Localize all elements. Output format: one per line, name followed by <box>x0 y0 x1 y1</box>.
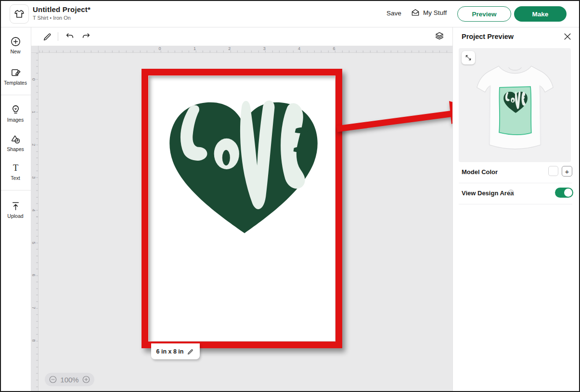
model-color-swatch[interactable] <box>548 166 558 176</box>
canvas-size-tag[interactable]: 6 in x 8 in <box>151 343 200 359</box>
left-sidebar: New Templates Images Shapes T Text Uplo <box>0 27 31 392</box>
template-icon <box>10 67 21 78</box>
sidebar-item-label: Images <box>0 117 31 123</box>
my-stuff-button[interactable]: My Stuff <box>411 8 447 17</box>
zoom-control: 100% <box>45 373 94 386</box>
edit-pencil-icon[interactable] <box>42 31 53 42</box>
save-button[interactable]: Save <box>387 10 401 17</box>
sidebar-item-images[interactable]: Images <box>0 104 31 123</box>
undo-icon[interactable] <box>64 31 75 42</box>
canvas-size-label: 6 in x 8 in <box>156 348 184 355</box>
edit-size-pencil-icon <box>187 348 194 355</box>
ruler-top-label: 2 <box>228 46 231 51</box>
ruler-left: 012345678 <box>31 53 39 392</box>
close-icon[interactable] <box>563 32 572 41</box>
view-design-area-label: View Design Area <box>462 190 514 197</box>
home-project-type-button[interactable] <box>10 4 29 24</box>
ruler-corner <box>31 46 39 53</box>
expand-icon <box>464 54 472 62</box>
ruler-left-label: 1 <box>31 111 36 113</box>
ruler-top-label: 4 <box>298 46 300 51</box>
ruler-top-label: 6 <box>333 46 335 51</box>
canvas-area[interactable]: 012346 012345678 6 in x 8 in 100% <box>31 46 452 392</box>
sidebar-item-upload[interactable]: Upload <box>0 201 31 219</box>
sidebar-item-new[interactable]: New <box>0 36 31 54</box>
ruler-left-label: 3 <box>31 176 36 178</box>
ruler-left-label: 5 <box>31 241 36 244</box>
sidebar-item-label: Templates <box>0 80 31 86</box>
canvas-mat[interactable] <box>148 76 335 341</box>
ruler-left-label: 7 <box>31 307 36 309</box>
add-model-color-button[interactable]: + <box>562 166 572 177</box>
model-color-label: Model Color <box>462 168 498 176</box>
panel-divider <box>459 204 572 204</box>
sidebar-item-label: Text <box>0 175 31 181</box>
annotation-red-box <box>142 69 342 348</box>
canvas-toolbar <box>31 27 452 46</box>
layers-icon[interactable] <box>434 31 445 41</box>
sidebar-item-shapes[interactable]: Shapes <box>0 134 31 152</box>
sidebar-item-label: Shapes <box>0 146 31 152</box>
preview-image-card <box>459 48 571 162</box>
love-heart-design[interactable] <box>158 92 328 237</box>
plus-circle-icon <box>10 36 21 47</box>
make-button[interactable]: Make <box>514 6 567 22</box>
view-design-area-toggle[interactable] <box>555 188 573 198</box>
sidebar-item-label: Upload <box>0 213 31 219</box>
sidebar-item-templates[interactable]: Templates <box>0 67 31 86</box>
ruler-left-label: 4 <box>31 209 36 211</box>
annotation-red-arrow <box>332 96 452 144</box>
ruler-left-label: 0 <box>31 78 36 80</box>
tshirt-mockup[interactable] <box>472 54 558 159</box>
sidebar-item-text[interactable]: T Text <box>0 163 31 181</box>
panel-title: Project Preview <box>462 33 514 40</box>
svg-text:T: T <box>13 163 18 173</box>
ruler-top: 012346 <box>39 46 452 53</box>
zoom-in-icon[interactable] <box>82 375 90 384</box>
tshirt-icon <box>13 8 25 20</box>
app-header: Untitled Project* T Shirt • Iron On Save… <box>0 0 580 27</box>
preview-button[interactable]: Preview <box>457 6 511 22</box>
project-subtitle: T Shirt • Iron On <box>33 15 71 21</box>
ruler-top-label: 3 <box>263 46 266 51</box>
sidebar-divider <box>0 190 31 190</box>
text-icon: T <box>10 163 21 174</box>
zoom-out-icon[interactable] <box>49 375 57 384</box>
lightbulb-icon <box>10 104 21 115</box>
ruler-top-label: 1 <box>193 46 196 51</box>
ruler-left-label: 8 <box>31 340 36 342</box>
my-stuff-label: My Stuff <box>423 9 447 16</box>
ruler-left-label: 6 <box>31 274 36 277</box>
sidebar-item-label: New <box>0 49 31 54</box>
envelope-icon <box>411 8 420 17</box>
info-icon[interactable] <box>507 189 515 196</box>
project-title: Untitled Project* <box>33 5 90 13</box>
upload-icon <box>10 201 21 212</box>
panel-divider <box>459 183 572 183</box>
redo-icon[interactable] <box>81 31 91 42</box>
sidebar-divider <box>0 95 31 95</box>
zoom-level: 100% <box>60 376 78 384</box>
toggle-knob <box>564 189 572 197</box>
project-preview-panel: Project Preview Model Color + View Desig… <box>452 27 580 392</box>
ruler-top-label: 0 <box>158 46 161 51</box>
toolbar-divider <box>58 32 58 41</box>
ruler-left-label: 2 <box>31 143 36 146</box>
shapes-icon <box>10 134 21 145</box>
